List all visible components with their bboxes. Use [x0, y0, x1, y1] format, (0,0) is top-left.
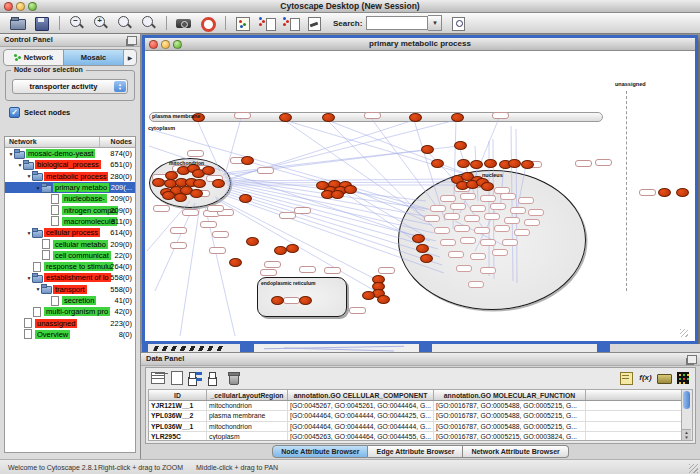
- tab-mosaic[interactable]: Mosaic: [64, 50, 124, 65]
- graph-node[interactable]: [212, 179, 225, 188]
- graph-node[interactable]: [193, 179, 206, 188]
- graph-node[interactable]: [229, 258, 242, 267]
- tree-row[interactable]: secretion41(0): [5, 295, 135, 306]
- graph-node[interactable]: [152, 178, 165, 187]
- column-header[interactable]: ID: [149, 390, 207, 400]
- graph-node[interactable]: [521, 160, 534, 169]
- tree-row[interactable]: ▼biological_process651(0): [5, 159, 135, 170]
- title-bar[interactable]: Cytoscape Desktop (New Session): [0, 0, 700, 13]
- table-cell[interactable]: [GO:0044464, GO:0044444, GO:0044425, G..…: [288, 411, 434, 420]
- graph-node[interactable]: [484, 159, 497, 168]
- help-icon[interactable]: [199, 15, 217, 31]
- graph-node[interactable]: [409, 113, 422, 122]
- table-cell[interactable]: YJR121W__1: [149, 401, 207, 410]
- graph-node[interactable]: [344, 185, 357, 194]
- tab-network[interactable]: Network: [4, 50, 64, 65]
- graph-node[interactable]: [299, 296, 312, 305]
- table-cell[interactable]: [GO:0016787, GO:0005488, GO:0005215, G..…: [434, 411, 586, 420]
- import-attributes-icon[interactable]: [656, 371, 673, 385]
- snapshot-icon[interactable]: [175, 15, 193, 31]
- graph-node[interactable]: [202, 166, 215, 175]
- tab-node-attribute-browser[interactable]: Node Attribute Browser: [272, 445, 368, 458]
- tree-row[interactable]: ▼cellular process614(0): [5, 227, 135, 238]
- tree-row[interactable]: multi-organism pro42(0): [5, 306, 135, 317]
- attribute-table-header[interactable]: ID_cellularLayoutRegionannotation.GO CEL…: [149, 390, 682, 401]
- graph-node[interactable]: [431, 159, 444, 168]
- graph-node[interactable]: [274, 246, 287, 255]
- tree-row[interactable]: ▼mosaic-demo-yeast874(0): [5, 148, 135, 159]
- graph-node[interactable]: [162, 191, 175, 200]
- network-canvas[interactable]: plasma membrane cytoplasm mitochondrion …: [145, 51, 689, 338]
- network-window-titlebar[interactable]: primary metabolic process: [145, 38, 695, 51]
- annotation-icon[interactable]: [306, 15, 324, 31]
- tree-row[interactable]: cell communicat22(0): [5, 250, 135, 261]
- scrollbar-arrows[interactable]: ▲▼: [682, 429, 691, 440]
- graph-node[interactable]: [457, 159, 470, 168]
- search-input[interactable]: [366, 16, 428, 30]
- graph-node[interactable]: [454, 141, 467, 150]
- create-view-icon[interactable]: [234, 15, 252, 31]
- tab-overflow-arrow[interactable]: ▶: [124, 50, 136, 65]
- tree-row[interactable]: unassigned223(0): [5, 317, 135, 328]
- create-new-attribute-icon[interactable]: [168, 371, 185, 385]
- table-row[interactable]: YJR121W__1mitochondrion[GO:0045267, GO:0…: [149, 401, 682, 411]
- network-view-window[interactable]: primary metabolic process plasma membran…: [142, 35, 698, 344]
- table-cell[interactable]: YPL036W__1: [149, 422, 207, 431]
- table-scrollbar[interactable]: ▲▼: [681, 389, 693, 441]
- search-dropdown-button[interactable]: ▼: [428, 15, 442, 31]
- graph-node[interactable]: [174, 193, 187, 202]
- tree-row[interactable]: response to stimulu264(0): [5, 261, 135, 272]
- table-cell[interactable]: [GO:0016787, GO:0005215, GO:0003824, G..…: [434, 432, 586, 441]
- table-row[interactable]: YPL036W__1mitochondrion[GO:0044464, GO:0…: [149, 422, 682, 432]
- table-cell[interactable]: mitochondrion: [207, 422, 288, 431]
- column-header[interactable]: _cellularLayoutRegion: [207, 390, 288, 400]
- node-color-dropdown[interactable]: transporter activity ▲▼: [12, 79, 128, 94]
- graph-node[interactable]: [421, 145, 434, 154]
- search-options-icon[interactable]: [450, 15, 468, 31]
- tree-row[interactable]: ▼establishment of lo558(0): [5, 272, 135, 283]
- graph-node[interactable]: [239, 194, 252, 203]
- graph-node[interactable]: [241, 156, 254, 165]
- scrollbar-thumb[interactable]: [683, 391, 690, 409]
- column-header[interactable]: annotation.GO CELLULAR_COMPONENT: [288, 390, 434, 400]
- unselect-all-attributes-icon[interactable]: [206, 371, 223, 385]
- graph-node[interactable]: [279, 113, 292, 122]
- import-network-icon[interactable]: [258, 15, 276, 31]
- detach-panel-icon[interactable]: [687, 355, 697, 364]
- table-cell[interactable]: [GO:0045263, GO:0044464, GO:0044455, G..…: [288, 432, 434, 441]
- function-builder-icon[interactable]: f(x): [637, 371, 654, 385]
- tree-row[interactable]: Overview8(0): [5, 329, 135, 340]
- save-icon[interactable]: [33, 15, 51, 31]
- zoom-out-icon[interactable]: −: [68, 15, 86, 31]
- table-cell[interactable]: [GO:0016787, GO:0005488, GO:0005215, G..…: [434, 422, 586, 431]
- tree-row[interactable]: macromolecule311(0): [5, 216, 135, 227]
- tree-row[interactable]: ▼primary metabo209(...: [5, 182, 135, 193]
- canvas-resize-grip[interactable]: [680, 329, 688, 337]
- select-attributes-icon[interactable]: [149, 371, 166, 385]
- tree-row[interactable]: nitrogen compo209(0): [5, 204, 135, 215]
- delete-attribute-icon[interactable]: [225, 371, 242, 385]
- table-cell[interactable]: mitochondrion: [207, 401, 288, 410]
- tree-row[interactable]: cellular metabo209(0): [5, 238, 135, 249]
- attribute-matrix-icon[interactable]: [675, 371, 692, 385]
- network-tree-header[interactable]: Network Nodes: [5, 137, 135, 148]
- graph-node[interactable]: [420, 254, 433, 263]
- tab-network-attribute-browser[interactable]: Network Attribute Browser: [463, 445, 568, 458]
- graph-node[interactable]: [331, 190, 344, 199]
- zoom-selected-icon[interactable]: [116, 15, 134, 31]
- window-resize-grip[interactable]: [689, 464, 698, 473]
- graph-node[interactable]: [658, 188, 671, 197]
- graph-node[interactable]: [322, 113, 335, 122]
- graph-node[interactable]: [676, 188, 689, 197]
- tree-row[interactable]: ▼metabolic process280(0): [5, 171, 135, 182]
- table-cell[interactable]: plasma membrane: [207, 411, 288, 420]
- zoom-in-icon[interactable]: +: [92, 15, 110, 31]
- graph-node[interactable]: [412, 234, 425, 243]
- column-header[interactable]: annotation.GO MOLECULAR_FUNCTION: [434, 390, 586, 400]
- select-all-attributes-icon[interactable]: [187, 371, 204, 385]
- open-file-icon[interactable]: [9, 15, 27, 31]
- graph-node[interactable]: [271, 296, 284, 305]
- detach-panel-icon[interactable]: [127, 36, 137, 45]
- graph-node[interactable]: [190, 189, 203, 198]
- table-cell[interactable]: cytoplasm: [207, 432, 288, 441]
